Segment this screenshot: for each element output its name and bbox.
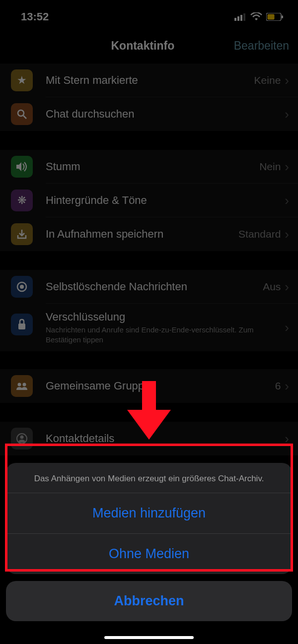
row-label: Verschlüsselung: [46, 311, 285, 323]
svg-rect-3: [243, 13, 245, 21]
contact-icon: [11, 428, 33, 450]
svg-point-13: [23, 383, 26, 386]
svg-rect-11: [18, 323, 25, 329]
chevron-right-icon: ›: [285, 379, 289, 394]
row-save-camera-roll[interactable]: In Aufnahmen speichern Standard ›: [0, 217, 298, 251]
back-button[interactable]: [9, 37, 52, 55]
svg-point-15: [20, 436, 24, 439]
status-time: 13:52: [21, 10, 49, 23]
action-sheet: Das Anhängen von Medien erzeugt ein größ…: [6, 463, 292, 621]
svg-rect-0: [234, 18, 236, 21]
annotation-arrow: [127, 381, 171, 443]
speaker-icon: [11, 156, 33, 178]
svg-point-10: [20, 285, 24, 289]
row-search-chat[interactable]: Chat durchsuchen ›: [0, 97, 298, 131]
row-wallpaper[interactable]: ❋ Hintergründe & Töne ›: [0, 184, 298, 217]
row-label: Mit Stern markierte: [46, 74, 254, 87]
chevron-right-icon: ›: [285, 107, 289, 122]
chevron-right-icon: ›: [285, 73, 289, 88]
nav-bar: Kontaktinfo Bearbeiten: [0, 30, 298, 64]
row-label: Hintergründe & Töne: [46, 194, 285, 207]
chevron-right-icon: ›: [285, 279, 289, 295]
status-icons: [234, 12, 283, 21]
download-icon: [11, 223, 33, 245]
timer-icon: [11, 276, 33, 298]
page-title: Kontaktinfo: [111, 39, 174, 53]
row-value: Keine: [254, 74, 281, 86]
svg-point-7: [18, 110, 24, 116]
row-label: In Aufnahmen speichern: [46, 228, 238, 241]
row-value: Standard: [238, 228, 281, 240]
row-subtitle: Nachrichten und Anrufe sind Ende-zu-Ende…: [46, 325, 285, 344]
svg-rect-5: [268, 14, 275, 20]
row-value: Aus: [263, 281, 281, 293]
row-value: Nein: [259, 161, 281, 173]
edit-button[interactable]: Bearbeiten: [234, 39, 289, 53]
search-icon: [11, 103, 33, 125]
option-without-media[interactable]: Ohne Medien: [6, 534, 292, 574]
svg-point-12: [18, 383, 21, 386]
svg-rect-2: [240, 15, 242, 21]
groups-icon: [11, 375, 33, 397]
chevron-right-icon: ›: [285, 227, 289, 242]
row-encryption[interactable]: Verschlüsselung Nachrichten und Anrufe s…: [0, 304, 298, 351]
chevron-right-icon: ›: [285, 159, 289, 175]
home-indicator[interactable]: [104, 636, 194, 639]
wifi-icon: [250, 12, 262, 21]
svg-rect-1: [237, 16, 239, 21]
svg-rect-6: [282, 15, 283, 18]
wallpaper-icon: ❋: [11, 190, 33, 211]
svg-line-8: [23, 116, 26, 119]
chevron-right-icon: ›: [285, 193, 289, 208]
status-bar: 13:52: [0, 0, 298, 30]
lock-icon: [11, 314, 33, 335]
cancel-button[interactable]: Abbrechen: [6, 581, 292, 621]
row-disappearing[interactable]: Selbstlöschende Nachrichten Aus ›: [0, 270, 298, 304]
sheet-description: Das Anhängen von Medien erzeugt ein größ…: [6, 463, 292, 493]
option-add-media[interactable]: Medien hinzufügen: [6, 493, 292, 534]
chevron-right-icon: ›: [285, 320, 289, 335]
row-label: Chat durchsuchen: [46, 108, 285, 121]
battery-icon: [266, 13, 283, 21]
signal-icon: [234, 13, 246, 21]
row-label: Selbstlöschende Nachrichten: [46, 280, 263, 293]
star-icon: ★: [11, 69, 33, 91]
row-value: 6: [275, 380, 281, 392]
row-label: Stumm: [46, 160, 259, 173]
row-starred[interactable]: ★ Mit Stern markierte Keine ›: [0, 64, 298, 97]
row-mute[interactable]: Stumm Nein ›: [0, 150, 298, 184]
chevron-right-icon: ›: [285, 431, 289, 447]
